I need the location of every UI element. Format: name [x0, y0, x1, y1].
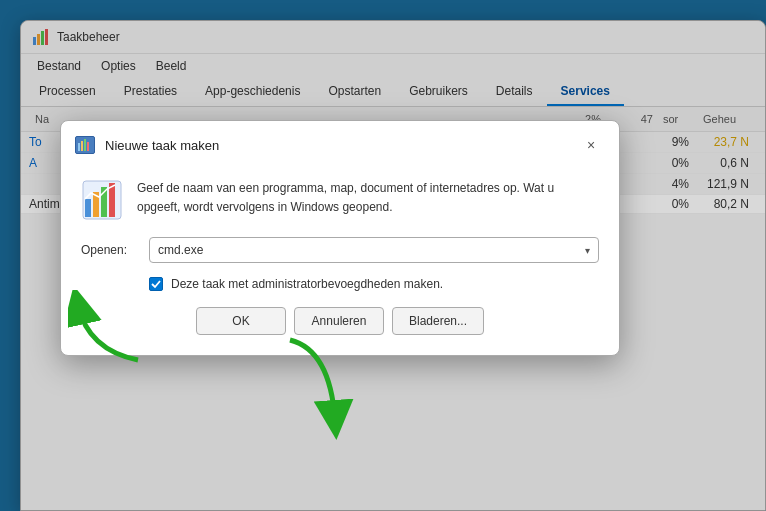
run-icon — [81, 179, 123, 221]
dialog-title-icon — [75, 136, 95, 154]
dialog-description: Geef de naam van een programma, map, doc… — [81, 179, 599, 221]
svg-rect-9 — [85, 199, 91, 217]
admin-checkbox[interactable] — [149, 277, 163, 291]
checkmark-icon — [151, 279, 161, 289]
dialog-description-text: Geef de naam van een programma, map, doc… — [137, 179, 599, 217]
green-arrow-up-left — [68, 290, 148, 370]
dialog-open-row: Openen: cmd.exe ▾ — [81, 237, 599, 263]
checkbox-label: Deze taak met administratorbevoegdheden … — [171, 277, 443, 291]
dropdown-arrow-icon[interactable]: ▾ — [585, 245, 590, 256]
svg-rect-4 — [78, 143, 80, 151]
svg-rect-5 — [81, 141, 83, 151]
svg-rect-7 — [87, 142, 89, 151]
green-arrow-down-right — [280, 330, 400, 440]
dialog-titlebar: Nieuwe taak maken × — [61, 121, 619, 167]
dialog-icon-svg — [78, 139, 92, 151]
close-button[interactable]: × — [577, 131, 605, 159]
open-input-value: cmd.exe — [158, 243, 203, 257]
svg-rect-6 — [84, 139, 86, 151]
open-input[interactable]: cmd.exe ▾ — [149, 237, 599, 263]
checkbox-row: Deze taak met administratorbevoegdheden … — [149, 277, 599, 291]
open-label: Openen: — [81, 243, 139, 257]
ok-button[interactable]: OK — [196, 307, 286, 335]
browse-button[interactable]: Bladeren... — [392, 307, 484, 335]
dialog-title-text: Nieuwe taak maken — [105, 138, 577, 153]
